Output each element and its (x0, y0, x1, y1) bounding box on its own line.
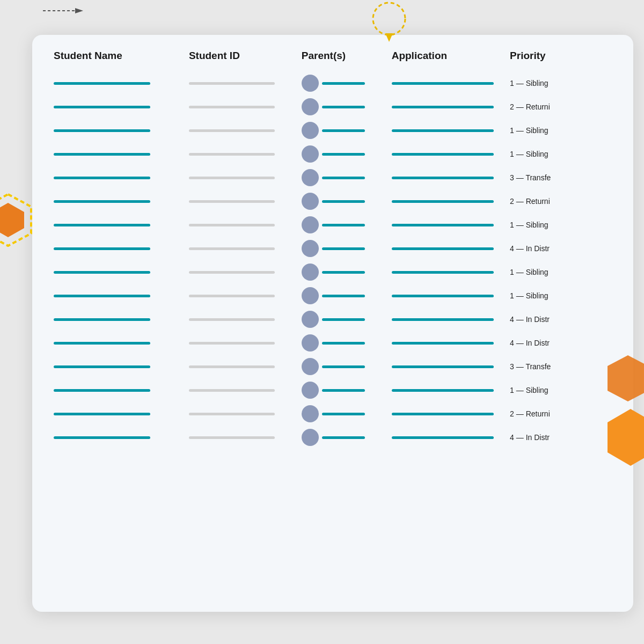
application-cell (386, 402, 504, 426)
student-name-bar (54, 271, 150, 274)
priority-text: 3 — Transfe (510, 173, 551, 182)
priority-cell: 1 — Sibling (504, 71, 617, 95)
parent-bar (322, 224, 365, 226)
parents-cell (296, 166, 386, 189)
table-row: 1 — Sibling (48, 378, 617, 402)
parent-bar (322, 247, 365, 250)
priority-text: 1 — Sibling (510, 291, 548, 300)
parents-cell (296, 308, 386, 331)
priority-cell: 4 — In Distr (504, 308, 617, 331)
student-name-bar (54, 200, 150, 203)
priority-text: 2 — Returni (510, 409, 550, 418)
parent-bar (322, 271, 365, 274)
application-bar (392, 295, 494, 297)
hex-decoration-right-top (606, 354, 644, 402)
main-card: Student Name Student ID Parent(s) Applic… (32, 35, 633, 612)
application-bar (392, 247, 494, 250)
parent-bar (322, 295, 365, 297)
table-row: 3 — Transfe (48, 166, 617, 189)
student-id-bar (189, 247, 275, 250)
col-header-student-name: Student Name (48, 35, 184, 71)
application-bar (392, 365, 494, 368)
parent-bar (322, 342, 365, 345)
parents-cell (296, 189, 386, 213)
table-row: 1 — Sibling (48, 260, 617, 284)
student-id-bar (189, 342, 275, 345)
application-bar (392, 389, 494, 392)
student-name-cell (48, 378, 184, 402)
student-name-cell (48, 308, 184, 331)
student-name-cell (48, 166, 184, 189)
application-bar (392, 413, 494, 415)
parent-avatar (302, 287, 319, 304)
parents-cell (296, 71, 386, 95)
student-name-cell (48, 189, 184, 213)
table-container: Student Name Student ID Parent(s) Applic… (32, 35, 633, 449)
table-row: 4 — In Distr (48, 237, 617, 260)
student-name-bar (54, 129, 150, 132)
student-id-cell (184, 166, 296, 189)
student-name-bar (54, 436, 150, 439)
student-id-bar (189, 200, 275, 203)
application-cell (386, 355, 504, 378)
application-bar (392, 200, 494, 203)
student-name-cell (48, 213, 184, 237)
table-row: 1 — Sibling (48, 284, 617, 308)
student-name-cell (48, 284, 184, 308)
priority-cell: 1 — Sibling (504, 284, 617, 308)
student-id-bar (189, 153, 275, 156)
application-cell (386, 119, 504, 142)
dashed-circle-decoration (365, 0, 413, 45)
parent-bar (322, 389, 365, 392)
priority-cell: 1 — Sibling (504, 119, 617, 142)
priority-cell: 2 — Returni (504, 95, 617, 119)
parent-bar (322, 153, 365, 156)
student-name-bar (54, 295, 150, 297)
student-id-cell (184, 308, 296, 331)
table-row: 1 — Sibling (48, 142, 617, 166)
student-id-bar (189, 129, 275, 132)
parent-bar (322, 318, 365, 321)
student-id-cell (184, 213, 296, 237)
parent-avatar (302, 405, 319, 422)
priority-cell: 2 — Returni (504, 402, 617, 426)
parent-avatar (302, 311, 319, 328)
priority-cell: 4 — In Distr (504, 426, 617, 449)
student-id-bar (189, 271, 275, 274)
table-row: 1 — Sibling (48, 213, 617, 237)
application-cell (386, 378, 504, 402)
application-bar (392, 82, 494, 85)
application-cell (386, 237, 504, 260)
student-id-bar (189, 318, 275, 321)
priority-text: 1 — Sibling (510, 126, 548, 135)
students-table: Student Name Student ID Parent(s) Applic… (48, 35, 617, 449)
parent-avatar (302, 145, 319, 163)
parent-bar (322, 82, 365, 85)
student-id-bar (189, 106, 275, 108)
parents-cell (296, 237, 386, 260)
priority-text: 3 — Transfe (510, 362, 551, 371)
parents-cell (296, 378, 386, 402)
parent-avatar (302, 358, 319, 375)
student-name-cell (48, 95, 184, 119)
student-id-cell (184, 237, 296, 260)
application-bar (392, 129, 494, 132)
application-bar (392, 153, 494, 156)
parent-avatar (302, 264, 319, 281)
parents-cell (296, 95, 386, 119)
parent-avatar (302, 240, 319, 257)
student-id-cell (184, 119, 296, 142)
parent-bar (322, 129, 365, 132)
table-row: 2 — Returni (48, 402, 617, 426)
table-row: 1 — Sibling (48, 119, 617, 142)
student-name-bar (54, 318, 150, 321)
application-bar (392, 177, 494, 179)
parents-cell (296, 331, 386, 355)
parent-bar (322, 177, 365, 179)
student-name-bar (54, 389, 150, 392)
priority-text: 2 — Returni (510, 103, 550, 111)
student-id-bar (189, 177, 275, 179)
student-name-bar (54, 106, 150, 108)
priority-text: 4 — In Distr (510, 315, 550, 324)
student-name-cell (48, 119, 184, 142)
